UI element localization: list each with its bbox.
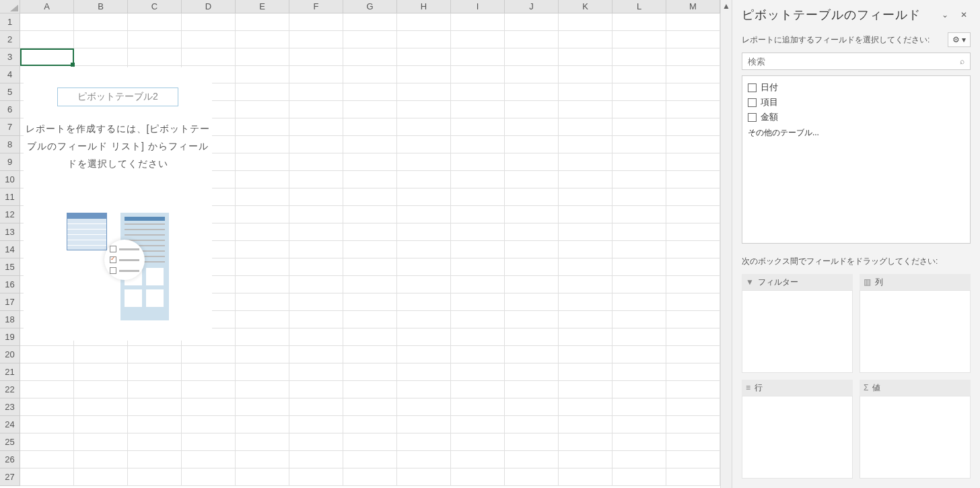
row-header[interactable]: 6 (0, 101, 20, 118)
column-headers: ABCDEFGHIJKLM (0, 0, 720, 13)
column-header[interactable]: H (397, 0, 451, 13)
field-checkbox-item[interactable]: 項目 (748, 95, 965, 110)
checklist-icon (104, 240, 145, 280)
column-header[interactable]: L (612, 0, 666, 13)
fieldlist-icon (120, 213, 169, 320)
row-header[interactable]: 23 (0, 398, 20, 416)
vertical-scrollbar[interactable]: ▲ (720, 0, 732, 488)
pivottable-name-box: ピボットテーブル2 (57, 88, 178, 106)
values-drop-area[interactable]: Σ値 (860, 380, 971, 479)
scroll-up-icon[interactable]: ▲ (721, 0, 732, 11)
gear-icon: ⚙ (952, 35, 960, 44)
row-header[interactable]: 25 (0, 433, 20, 451)
search-input[interactable] (748, 57, 960, 67)
row-header[interactable]: 17 (0, 293, 20, 311)
row-header[interactable]: 22 (0, 381, 20, 398)
row-header[interactable]: 4 (0, 66, 20, 83)
column-header[interactable]: D (182, 0, 236, 13)
drag-hint: 次のボックス間でフィールドをドラッグしてください: (742, 256, 971, 267)
column-header[interactable]: C (128, 0, 182, 13)
row-header[interactable]: 21 (0, 363, 20, 381)
pivottable-placeholder: ピボットテーブル2 レポートを作成するには、[ピボットテーブルのフィールド リス… (24, 67, 212, 341)
sigma-icon: Σ (864, 383, 868, 392)
column-header[interactable]: J (505, 0, 559, 13)
search-icon: ⌕ (960, 57, 965, 66)
pane-title: ピボットテーブルのフィールド (742, 7, 933, 23)
field-checkbox-date[interactable]: 日付 (748, 80, 965, 95)
pivottable-instruction: レポートを作成するには、[ピボットテーブルのフィールド リスト] からフィールド… (24, 120, 212, 172)
row-header[interactable]: 9 (0, 153, 20, 171)
checkbox-icon[interactable] (748, 83, 757, 92)
pane-subtitle: レポートに追加するフィールドを選択してください: (742, 34, 942, 46)
row-header[interactable]: 27 (0, 468, 20, 486)
column-header[interactable]: E (236, 0, 289, 13)
column-header[interactable]: B (74, 0, 128, 13)
row-header[interactable]: 19 (0, 328, 20, 346)
field-list[interactable]: 日付 項目 金額 その他のテーブル... (742, 75, 971, 244)
field-checkbox-amount[interactable]: 金額 (748, 110, 965, 125)
collapse-icon[interactable]: ⌄ (938, 10, 952, 20)
row-header[interactable]: 8 (0, 136, 20, 153)
row-header[interactable]: 15 (0, 258, 20, 276)
checkbox-icon[interactable] (748, 98, 757, 107)
row-header[interactable]: 24 (0, 416, 20, 433)
column-header[interactable]: I (451, 0, 505, 13)
column-header[interactable]: M (666, 0, 720, 13)
row-header[interactable]: 13 (0, 223, 20, 241)
row-header[interactable]: 5 (0, 83, 20, 101)
row-header[interactable]: 2 (0, 31, 20, 48)
row-header[interactable]: 1 (0, 13, 20, 31)
table-icon (67, 213, 107, 250)
filter-icon: ▼ (746, 277, 754, 287)
row-header[interactable]: 3 (0, 48, 20, 66)
row-headers: 1234567891011121314151617181920212223242… (0, 13, 20, 488)
columns-drop-area[interactable]: ▥列 (860, 274, 971, 373)
spreadsheet-area: ABCDEFGHIJKLM 12345678910111213141516171… (0, 0, 720, 488)
more-tables-link[interactable]: その他のテーブル... (748, 127, 965, 139)
row-header[interactable]: 14 (0, 241, 20, 258)
cell-grid[interactable]: ピボットテーブル2 レポートを作成するには、[ピボットテーブルのフィールド リス… (20, 13, 720, 488)
row-header[interactable]: 18 (0, 311, 20, 328)
row-header[interactable]: 26 (0, 451, 20, 468)
row-header[interactable]: 16 (0, 276, 20, 293)
columns-icon: ▥ (864, 277, 871, 287)
field-search[interactable]: ⌕ (742, 53, 971, 70)
chevron-down-icon: ▾ (962, 35, 966, 44)
column-header[interactable]: A (20, 0, 74, 13)
row-header[interactable]: 7 (0, 118, 20, 136)
column-header[interactable]: F (289, 0, 343, 13)
row-header[interactable]: 10 (0, 171, 20, 188)
row-header[interactable]: 12 (0, 206, 20, 223)
tools-button[interactable]: ⚙ ▾ (948, 32, 971, 47)
checkbox-icon[interactable] (748, 113, 757, 122)
close-icon[interactable]: ✕ (957, 10, 971, 20)
pivottable-field-pane: ピボットテーブルのフィールド ⌄ ✕ レポートに追加するフィールドを選択してくだ… (732, 0, 980, 488)
row-header[interactable]: 20 (0, 346, 20, 363)
filter-drop-area[interactable]: ▼フィルター (742, 274, 853, 373)
rows-drop-area[interactable]: ≡行 (742, 380, 853, 479)
pivottable-illustration (24, 213, 212, 320)
drop-areas: ▼フィルター ▥列 ≡行 Σ値 (742, 274, 971, 479)
column-header[interactable]: G (343, 0, 397, 13)
row-header[interactable]: 11 (0, 188, 20, 206)
rows-icon: ≡ (746, 383, 750, 392)
select-all-corner[interactable] (0, 0, 20, 13)
column-header[interactable]: K (559, 0, 612, 13)
